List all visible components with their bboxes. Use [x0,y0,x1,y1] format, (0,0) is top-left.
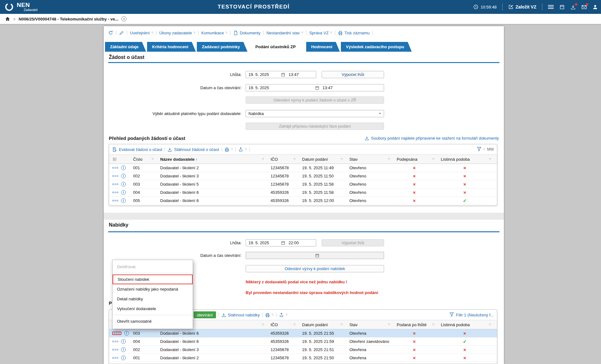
menu-item-detail-nabidky[interactable]: Detail nabídky [113,294,193,304]
menu-ukony-zadavatele[interactable]: Úkony zadavatele [159,31,195,35]
lhuta-date[interactable]: 19. 5. 2025 [246,72,281,77]
info-icon[interactable] [121,347,126,352]
table-row[interactable]: 003 Dodavatel - školení 5 12345678 19. 5… [109,180,497,188]
info-icon[interactable] [121,165,126,170]
table-row[interactable]: 001 Dodavatel - školení 2 12345678 19. 5… [109,164,497,172]
nabidky-lhuta-time[interactable]: 22:00 [285,240,299,245]
table-row[interactable]: 002 Dodavatel - školení 3 12345678 19. 5… [109,172,497,180]
tab-podani-ucastniku[interactable]: Podání účastníků ZP [248,42,305,52]
row-menu-icon[interactable] [112,200,118,201]
vypocet-lhut-button[interactable]: Výpočet lhůt [322,71,384,78]
tab-zadavaci-podminky[interactable]: Zadávací podmínky [197,42,248,52]
export-table-button[interactable] [279,313,288,317]
row-menu-icon[interactable] [112,341,118,342]
print-table-button[interactable] [225,147,233,152]
user-button[interactable] [592,4,598,10]
otevirani-time[interactable]: 13:47 [319,85,333,90]
col-oznaceni[interactable]: Označ [493,155,497,164]
menu-item-oznaceni-nepodana[interactable]: Označení nabídky jako nepodaná [113,284,193,294]
col-stav[interactable]: Stav [345,320,392,329]
home-button[interactable] [5,16,10,21]
column-filter-icon[interactable] [388,323,390,326]
menu-dokumenty[interactable]: Dokumenty [233,31,260,35]
info-icon[interactable] [121,355,126,360]
col-datum-podani[interactable]: Datum podání [298,155,345,164]
col-podana-po-lhute[interactable]: Podaná po lhůtě [392,320,436,329]
row-menu-icon[interactable] [112,183,118,185]
menu-tisk-zaznamu[interactable]: Tisk záznamu [338,31,370,35]
row-menu-icon[interactable] [114,332,120,334]
menu-komunikace[interactable]: Komunikace [201,31,228,35]
downloads-button[interactable] [570,4,576,10]
zalozit-vz-button[interactable]: Založit VZ [508,4,536,9]
col-ico[interactable]: IČO [266,155,298,164]
calendar-button[interactable] [559,4,565,10]
lhuta-time[interactable]: 13:47 [285,72,299,77]
menu-sprava-vz[interactable]: Správa VZ [309,31,332,35]
refresh-button[interactable] [108,30,113,35]
table-row[interactable]: 001 Dodavatel - školení 2 12345678 19. 5… [109,354,497,362]
table-row[interactable]: 005 Dodavatel - školení 6 45359326 19. 5… [109,197,497,205]
col-datum-podani[interactable]: Datum podání [298,320,345,329]
breadcrumb-record[interactable]: N006/25/V00004748 - Telekomunikační služ… [19,17,118,21]
filter-name-label[interactable]: Filtr 1 (Neuložený f... [456,313,494,317]
nabidky-lhuta-date[interactable]: 19. 5. 2025 [246,240,281,245]
edit-record-button[interactable] [119,31,124,35]
calendar-icon[interactable] [281,72,285,77]
row-menu-icon[interactable] [112,192,118,193]
row-menu-icon[interactable] [112,357,118,359]
otevirani-input[interactable]: 19. 5. 2025 13:47 [246,84,384,91]
col-cislo[interactable]: Číslo [129,155,156,164]
column-filter-icon[interactable] [489,158,491,160]
odeslani-vyzvy-nabidky-button[interactable]: Odeslání výzvy k podání nabídek [246,265,384,272]
column-filter-icon[interactable] [262,158,264,160]
column-filter-icon[interactable] [341,158,343,160]
column-filter-icon[interactable] [152,158,154,160]
row-menu-icon[interactable] [112,167,118,169]
col-stav[interactable]: Stav [345,155,392,164]
nabidky-lhuta-input[interactable]: 19. 5. 2025 22:00 [246,239,316,246]
table-row[interactable]: 004 Dodavatel - školení 6 45359326 19. 5… [109,188,497,197]
row-menu-icon[interactable] [112,349,118,350]
menu-nestandardni-stav[interactable]: Nestandardní stav [266,31,303,35]
row-menu-icon[interactable] [112,175,118,177]
column-filter-icon[interactable] [294,323,295,326]
grid-icon[interactable] [113,157,117,161]
column-filter-icon[interactable] [432,158,434,160]
column-filter-icon[interactable] [294,158,295,160]
info-icon[interactable] [121,339,126,344]
calendar-icon[interactable] [281,241,285,245]
tab-vysledek[interactable]: Výsledek zadávacího postupu [341,42,412,52]
info-icon[interactable] [121,190,126,195]
column-filter-icon[interactable] [388,158,390,160]
stahnout-nabidky-button[interactable]: Stáhnout nabídky [221,313,260,317]
col-listinna-podoba[interactable]: Listinná podoba [436,320,493,329]
col-listinna-podoba[interactable]: Listinná podoba [436,155,493,164]
info-icon[interactable] [124,331,129,336]
messages-button[interactable] [581,4,587,10]
column-filter-icon[interactable] [341,323,343,326]
close-record-icon[interactable] [121,16,126,21]
col-ico[interactable]: IČO [266,320,298,329]
filter-button[interactable] [449,312,454,318]
menu-item-otevrit-samostatne[interactable]: Otevřít samostatně [113,316,193,326]
info-icon[interactable] [121,174,126,178]
info-icon[interactable] [121,198,126,203]
calendar-icon[interactable] [315,86,319,90]
info-icon[interactable] [121,182,126,187]
main-menu-button[interactable] [548,5,554,9]
filter-dropdown-icon[interactable] [483,148,485,151]
menu-item-slouceni-nabidek[interactable]: Sloučení nabídek [113,274,193,284]
typ-podani-select[interactable]: Nabídka [246,110,384,117]
menu-uverejneni[interactable]: Uveřejnění [130,31,153,35]
soubory-podani-link[interactable]: Soubory podání najdete připravené ke sta… [365,136,499,141]
nen-brand[interactable]: NEN Zadavatel [4,2,38,12]
otevirani-date[interactable]: 19. 5. 2025 [246,85,315,90]
table-row[interactable]: 004 Dodavatel - školení 6 45359326 19. 5… [109,338,497,346]
col-nazev-dodavatele[interactable]: Název dodavatele [156,155,266,164]
export-table-button[interactable] [238,147,247,152]
tab-zakladni-udaje[interactable]: Základní údaje [105,42,146,52]
table-row[interactable]: 002 Dodavatel - školení 3 12345678 19. 5… [109,346,497,354]
stahnout-zadosti-button[interactable]: Stáhnout žádosti o účast [167,147,219,152]
lhuta-input[interactable]: 19. 5. 2025 13:47 [246,71,316,78]
